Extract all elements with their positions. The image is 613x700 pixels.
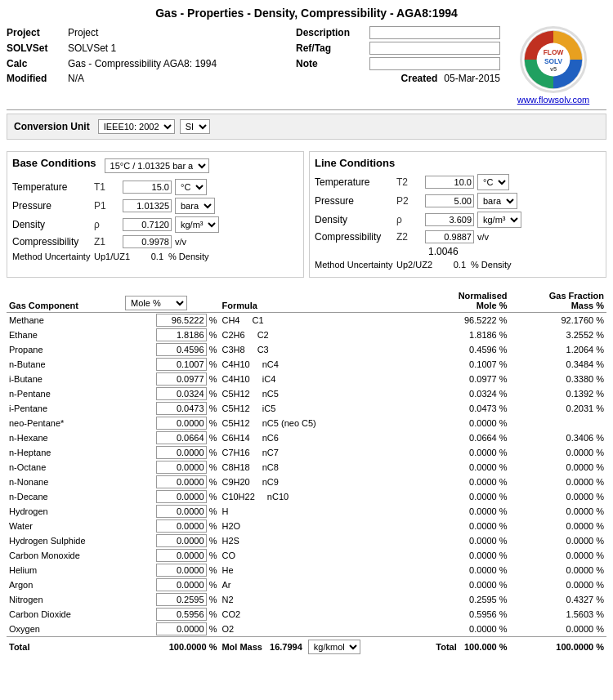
- description-input[interactable]: [369, 26, 500, 39]
- reftag-input[interactable]: [369, 42, 500, 55]
- base-pressure-input[interactable]: [123, 199, 172, 212]
- component-norm: 0.2595 %: [413, 592, 509, 607]
- component-gf: 0.4327 %: [510, 592, 606, 607]
- base-density-input[interactable]: [123, 218, 172, 231]
- molmass-unit-select[interactable]: kg/kmollb/lbmol: [308, 640, 360, 654]
- modified-value: N/A: [68, 73, 385, 84]
- total-row: Total 100.0000 % Mol Mass 16.7994 kg/kmo…: [7, 637, 606, 656]
- line-compress-label: Compressibility: [315, 231, 396, 243]
- component-input[interactable]: [156, 358, 207, 371]
- base-temp-unit-select[interactable]: °C°FK: [175, 179, 207, 195]
- component-formula-cell: C4H10 nC4: [219, 357, 413, 372]
- component-gf: 0.3380 %: [510, 372, 606, 386]
- component-input[interactable]: [156, 372, 207, 386]
- base-temp-label: Temperature: [12, 181, 94, 193]
- reftag-label: Ref/Tag: [296, 42, 369, 54]
- component-input[interactable]: [156, 417, 207, 430]
- component-gf: 3.2552 %: [510, 328, 606, 342]
- component-norm: 0.1007 %: [413, 357, 509, 372]
- line-density-input[interactable]: [425, 213, 474, 226]
- component-norm: 0.4596 %: [413, 342, 509, 357]
- base-temp-input[interactable]: [123, 181, 172, 194]
- description-label: Description: [296, 27, 369, 38]
- component-input[interactable]: [156, 402, 207, 415]
- component-formula-cell: N2: [219, 592, 413, 607]
- component-formula-cell: H2S: [219, 533, 413, 548]
- table-row: n-Octane % C8H18 nC8 0.0000 % 0.0000 %: [7, 460, 606, 475]
- base-conditions-preset-select[interactable]: 15°C / 1.01325 bar a: [105, 158, 209, 173]
- component-input[interactable]: [156, 490, 207, 503]
- note-label: Note: [296, 58, 369, 69]
- molmass-label: Mol Mass: [221, 642, 262, 652]
- total-norm: Total 100.000 %: [413, 637, 509, 656]
- logo-link[interactable]: www.flowsolv.com: [517, 95, 589, 105]
- table-row: n-Heptane % C7H16 nC7 0.0000 % 0.0000 %: [7, 445, 606, 460]
- component-formula-cell: C5H12 iC5: [219, 401, 413, 416]
- component-value-cell: %: [123, 607, 219, 622]
- component-gf: 0.1392 %: [510, 386, 606, 401]
- line-pressure-unit-select[interactable]: barabargpsia: [477, 193, 517, 209]
- formula: C4H10: [221, 374, 249, 384]
- component-input[interactable]: [156, 593, 207, 606]
- component-input[interactable]: [156, 328, 207, 341]
- component-input[interactable]: [156, 534, 207, 547]
- alias: C1: [253, 315, 264, 325]
- component-gf: 92.1760 %: [510, 313, 606, 328]
- component-name: Hydrogen: [7, 504, 123, 519]
- table-row: neo-Pentane* % C5H12 nC5 (neo C5) 0.0000…: [7, 416, 606, 430]
- line-pressure-input[interactable]: [425, 194, 474, 207]
- formula: C10H22: [221, 492, 254, 502]
- table-row: Carbon Monoxide % CO 0.0000 % 0.0000 %: [7, 548, 606, 563]
- line-temp-var: T2: [396, 176, 425, 188]
- line-compress-input[interactable]: [425, 230, 474, 243]
- conversion-unit-label: Conversion Unit: [14, 121, 90, 132]
- component-norm: 0.0473 %: [413, 401, 509, 416]
- component-input[interactable]: [156, 343, 207, 356]
- component-name: n-Pentane: [7, 386, 123, 401]
- line-density-var: ρ: [396, 214, 425, 225]
- component-input[interactable]: [156, 387, 207, 400]
- mole-percent-select[interactable]: Mole % Volume % Mass %: [125, 296, 187, 310]
- project-label: Project: [7, 27, 68, 38]
- component-input[interactable]: [156, 578, 207, 591]
- component-name: n-Hexane: [7, 430, 123, 445]
- component-input[interactable]: [156, 431, 207, 444]
- component-input[interactable]: [156, 461, 207, 474]
- base-density-unit-select[interactable]: kg/m³lb/ft³: [175, 216, 219, 233]
- base-compress-input[interactable]: [123, 235, 172, 248]
- component-input[interactable]: [156, 475, 207, 488]
- component-input[interactable]: [156, 608, 207, 621]
- note-input[interactable]: [369, 57, 500, 70]
- component-input[interactable]: [156, 549, 207, 562]
- line-density-unit-select[interactable]: kg/m³lb/ft³: [477, 212, 521, 228]
- solvset-label: SOLVSet: [7, 42, 68, 54]
- component-input[interactable]: [156, 622, 207, 635]
- component-norm: 0.0324 %: [413, 386, 509, 401]
- line-compress-var: Z2: [396, 231, 425, 243]
- table-row: Oxygen % O2 0.0000 % 0.0000 %: [7, 622, 606, 637]
- component-name: Oxygen: [7, 622, 123, 637]
- conversion-standard-select[interactable]: IEEE10: 2002: [98, 119, 175, 134]
- component-input[interactable]: [156, 519, 207, 533]
- component-norm: 0.0000 %: [413, 475, 509, 489]
- component-formula-cell: H2O: [219, 519, 413, 533]
- component-input[interactable]: [156, 314, 207, 327]
- formula: N2: [221, 595, 233, 604]
- table-row: Argon % Ar 0.0000 % 0.0000 %: [7, 577, 606, 592]
- component-gf: 0.0000 %: [510, 460, 606, 475]
- line-temp-unit-select[interactable]: °C°FK: [477, 174, 509, 190]
- line-temp-input[interactable]: [425, 176, 474, 189]
- component-input[interactable]: [156, 446, 207, 459]
- table-row: n-Hexane % C6H14 nC6 0.0664 % 0.3406 %: [7, 430, 606, 445]
- component-input[interactable]: [156, 564, 207, 577]
- component-input[interactable]: [156, 505, 207, 518]
- base-pressure-unit-select[interactable]: barabargpsia: [175, 198, 215, 214]
- component-norm: 0.0000 %: [413, 489, 509, 504]
- line-temp-label: Temperature: [315, 176, 396, 188]
- table-row: i-Pentane % C5H12 iC5 0.0473 % 0.2031 %: [7, 401, 606, 416]
- conversion-unit-select[interactable]: SI: [180, 119, 210, 134]
- component-norm: 0.0000 %: [413, 519, 509, 533]
- formula: C9H20: [221, 477, 249, 487]
- component-value-cell: %: [123, 504, 219, 519]
- component-gf: 0.3406 %: [510, 430, 606, 445]
